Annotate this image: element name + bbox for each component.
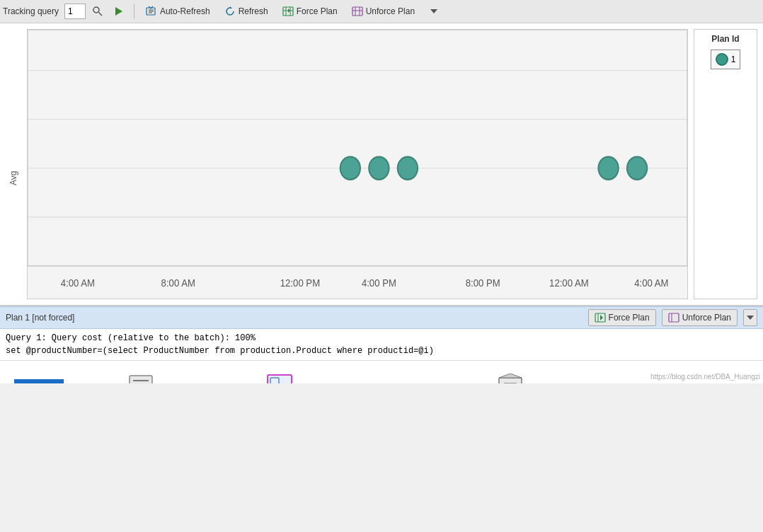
svg-text:4:00 AM: 4:00 AM [634,277,668,289]
svg-point-27 [340,157,360,180]
constant-scan-node: Constant Scan Cost: 0 % [485,372,536,383]
plan-more-button[interactable] [743,309,757,326]
svg-text:12:00 PM: 12:00 PM [280,277,320,289]
main-toolbar: Tracking query Auto-Refresh [0,0,763,23]
svg-text:8:00 PM: 8:00 PM [466,277,500,289]
unforce-plan-icon [352,6,363,17]
query-line-2: set @productNumber=(select ProductNumber… [6,345,757,357]
svg-marker-17 [430,9,437,13]
more-button[interactable] [425,2,443,21]
select-node: SELECT Cost: 0 % [14,379,64,383]
chart-section: Avg 10 5 0 -5 [0,23,763,306]
svg-rect-43 [669,313,679,322]
plan-force-plan-button[interactable]: Force Plan [588,309,656,326]
svg-rect-56 [130,376,152,383]
auto-refresh-label: Auto-Refresh [160,6,210,16]
compute-scalar-node: fx Compute Scalar Cost: 0 % [113,372,169,383]
compute-scalar-icon: fx [126,372,156,383]
plan-title: Plan 1 [not forced] [6,313,583,323]
auto-refresh-icon [146,6,157,17]
query-text-area: Query 1: Query cost (relative to the bat… [0,329,763,361]
chart-svg: 10 5 0 -5 4:00 AM 8:00 AM 12:00 PM 4:00 … [28,30,687,299]
query-line-1: Query 1: Query cost (relative to the bat… [6,332,757,345]
svg-marker-42 [600,315,603,320]
svg-text:4:00 AM: 4:00 AM [61,277,95,289]
plan-dropdown-icon [747,313,754,322]
legend-circle [716,53,728,66]
legend-item: 1 [711,50,741,69]
constant-scan-icon [495,372,525,383]
svg-point-31 [627,157,647,180]
svg-marker-2 [115,7,122,16]
svg-rect-69 [499,378,522,383]
query-id-input[interactable] [64,4,86,19]
refresh-button[interactable]: Refresh [219,2,274,21]
svg-marker-7 [230,6,232,8]
dropdown-icon [430,6,437,17]
chart-legend: Plan Id 1 [694,29,757,299]
svg-text:8:00 AM: 8:00 AM [161,277,195,289]
plan-unforce-plan-label: Unforce Plan [682,313,731,323]
svg-point-29 [398,157,418,180]
search-icon [92,6,103,17]
run-button[interactable] [110,2,128,21]
refresh-icon [224,6,236,17]
nested-loops-node: Nested Loops (Left Outer Join) Cost: 0 % [251,372,307,383]
chart-area: 10 5 0 -5 4:00 AM 8:00 AM 12:00 PM 4:00 … [27,29,688,299]
force-plan-icon [282,6,294,17]
auto-refresh-button[interactable]: Auto-Refresh [140,2,216,21]
plan-bar: Plan 1 [not forced] Force Plan Unforce P… [0,306,763,329]
svg-point-0 [93,7,99,13]
svg-point-30 [598,157,618,180]
plan-unforce-plan-button[interactable]: Unforce Plan [662,309,738,326]
svg-line-1 [98,13,102,16]
svg-text:12:00 AM: 12:00 AM [549,277,589,289]
separator-1 [134,4,134,19]
y-axis-label: Avg [6,29,21,299]
force-plan-label: Force Plan [297,6,338,16]
plan-unforce-plan-icon [668,312,679,323]
plan-force-plan-label: Force Plan [609,313,650,323]
unforce-plan-label: Unforce Plan [366,6,415,16]
tracking-label: Tracking query [3,6,59,16]
svg-rect-63 [268,375,292,383]
svg-point-28 [369,157,389,180]
exec-plan-area: SELECT Cost: 0 % fx Compute Scalar Cost:… [0,361,763,383]
legend-title: Plan Id [711,34,739,44]
run-icon [113,6,125,17]
search-button[interactable] [88,2,107,21]
watermark: https://blog.csdn.net/DBA_Huangzi [650,373,760,381]
select-node-box: SELECT Cost: 0 % [14,379,64,383]
plan-force-plan-icon [595,312,606,323]
chart-wrap: 10 5 0 -5 4:00 AM 8:00 AM 12:00 PM 4:00 … [27,29,688,299]
svg-marker-45 [747,316,754,320]
svg-rect-13 [352,7,362,16]
unforce-plan-button[interactable]: Unforce Plan [346,2,420,21]
svg-text:4:00 PM: 4:00 PM [362,277,396,289]
refresh-label: Refresh [239,6,268,16]
svg-marker-70 [499,374,522,378]
nested-loops-icon [265,372,294,383]
force-plan-button[interactable]: Force Plan [277,2,343,21]
legend-item-label: 1 [731,54,736,64]
svg-rect-18 [28,30,687,266]
